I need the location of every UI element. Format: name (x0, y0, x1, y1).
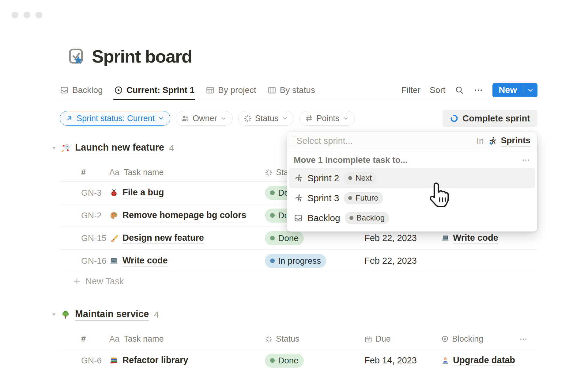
filter-chip-sprint-status-current[interactable]: Sprint status: Current (60, 111, 170, 126)
badge-label: Future (355, 193, 378, 203)
column-header-label: Blocking (452, 334, 483, 344)
status-label: In progress (278, 256, 321, 266)
new-button[interactable]: New (492, 83, 537, 97)
table-header-row: #AaTask nameStatusDueBlocking (60, 329, 537, 349)
task-link[interactable]: Design new feature (109, 233, 204, 244)
task-id-text: GN-16 (81, 256, 106, 266)
task-status-cell[interactable]: Done (265, 349, 345, 368)
task-id-text: GN-6 (81, 356, 102, 366)
new-task-button[interactable]: New Task (60, 272, 537, 290)
task-blocking-cell[interactable] (441, 250, 521, 272)
section-header: Maintain service4 (51, 308, 537, 322)
tab-label: Current: Sprint 1 (126, 85, 194, 95)
column-header-blocking[interactable]: Blocking (441, 329, 521, 349)
column-header-task-name[interactable]: AaTask name (109, 164, 262, 181)
column-header-label: Task name (124, 168, 164, 177)
tab-by-status[interactable]: By status (267, 80, 315, 100)
sort-button[interactable]: Sort (430, 85, 445, 95)
sprint-picker-dropdown: Select sprint... In Sprints Move 1 incom… (287, 132, 537, 232)
status-dot (270, 213, 275, 218)
column-header-task-name[interactable]: AaTask name (109, 329, 262, 349)
task-link[interactable]: Remove homepage bg colors (109, 210, 247, 221)
sprint-option-label: Backlog (307, 213, 340, 223)
dropdown-heading-row: Move 1 incomplete task to... (287, 150, 537, 167)
column-header-status[interactable]: Status (265, 329, 345, 349)
column-header-due[interactable]: Due (364, 329, 438, 349)
task-name-cell[interactable]: File a bug (109, 182, 262, 204)
section-title[interactable]: Maintain service (75, 309, 149, 321)
tab-backlog[interactable]: Backlog (60, 80, 103, 100)
column-header-label: Status (276, 334, 300, 344)
laptop-icon (109, 256, 119, 266)
filter-button[interactable]: Filter (401, 85, 420, 95)
window-close-button[interactable] (12, 12, 18, 18)
new-button-label[interactable]: New (492, 83, 523, 97)
section-title[interactable]: Launch new feature (75, 142, 164, 154)
blocking-link[interactable]: Write code (441, 233, 498, 243)
task-due-cell[interactable]: Feb 22, 2023 (364, 250, 438, 272)
sprint-option-sprint-3[interactable]: Sprint 3Future (289, 188, 535, 208)
laptop-icon (441, 234, 450, 243)
chip-label: Points (316, 114, 339, 123)
sprint-search-input[interactable]: Select sprint... (296, 136, 477, 146)
status-spinner-icon (265, 335, 273, 343)
task-name-cell[interactable]: Remove homepage bg colors (109, 204, 262, 227)
filter-chip-owner[interactable]: Owner (176, 111, 233, 126)
task-name: File a bug (123, 187, 164, 198)
filter-chip-points[interactable]: Points (300, 111, 355, 126)
task-name: Write code (123, 255, 168, 266)
rocket-icon (60, 143, 71, 153)
table-row: GN-6Refactor libraryDoneFeb 14, 2023Upgr… (60, 349, 537, 368)
tab-label: By project (218, 85, 256, 95)
filter-chip-status[interactable]: Status (238, 111, 294, 126)
status-label: Done (278, 233, 299, 243)
task-name-cell[interactable]: Design new feature (109, 227, 262, 249)
badge-label: Next (355, 173, 371, 183)
status-badge: Next (344, 172, 376, 184)
tab-label: Backlog (72, 85, 103, 95)
window-zoom-button[interactable] (36, 12, 42, 18)
tab-current-sprint-1[interactable]: Current: Sprint 1 (114, 80, 194, 100)
task-id-text: GN-2 (81, 211, 102, 220)
blocking-link[interactable]: Upgrade datab (441, 355, 515, 366)
sprints-database-link[interactable]: Sprints (501, 136, 530, 147)
view-tabs: BacklogCurrent: Sprint 1By projectBy sta… (60, 80, 315, 100)
sprint-option-backlog[interactable]: BacklogBacklog (289, 208, 535, 228)
spinner-icon (243, 114, 252, 123)
chevron-down-icon (342, 115, 349, 122)
more-options-icon[interactable] (473, 85, 483, 95)
sprint-option-sprint-2[interactable]: Sprint 2Next (289, 168, 535, 188)
task-link[interactable]: File a bug (109, 187, 164, 198)
chip-label: Owner (193, 114, 217, 123)
table-icon (205, 86, 215, 95)
task-name-cell[interactable]: Refactor library (109, 349, 262, 368)
task-due-cell[interactable]: Feb 14, 2023 (364, 349, 438, 368)
complete-sprint-button[interactable]: Complete sprint (443, 110, 537, 127)
column-options-button[interactable] (519, 329, 531, 349)
section-toggle-icon[interactable] (51, 312, 57, 317)
chevron-down-icon (158, 115, 164, 122)
task-status-cell[interactable]: In progress (265, 250, 345, 272)
column-header-label: Task name (124, 334, 164, 344)
checkbox-star-icon (67, 48, 85, 65)
tab-by-project[interactable]: By project (205, 80, 256, 100)
task-table: #AaTask nameStatusDueBlockingGN-6Refacto… (60, 329, 537, 368)
tab-label: By status (280, 85, 315, 95)
task-blocking-cell[interactable]: Upgrade datab (441, 349, 521, 368)
task-link[interactable]: Refactor library (109, 355, 188, 366)
chevron-down-icon[interactable] (523, 83, 537, 97)
window-minimize-button[interactable] (24, 12, 30, 18)
task-link[interactable]: Write code (109, 255, 168, 266)
text-type-icon: Aa (109, 334, 119, 344)
runner-icon (294, 174, 303, 183)
status-dot (270, 259, 275, 263)
task-name: Design new feature (123, 233, 204, 244)
window-controls[interactable] (12, 12, 42, 18)
due-date: Feb 14, 2023 (364, 355, 417, 366)
search-icon[interactable] (454, 85, 464, 95)
sprint-search-row[interactable]: Select sprint... In Sprints (287, 132, 537, 150)
dropdown-more-icon[interactable] (521, 155, 530, 165)
section-toggle-icon[interactable] (51, 145, 57, 151)
task-name-cell[interactable]: Write code (109, 250, 262, 272)
page-title[interactable]: Sprint board (92, 46, 192, 67)
